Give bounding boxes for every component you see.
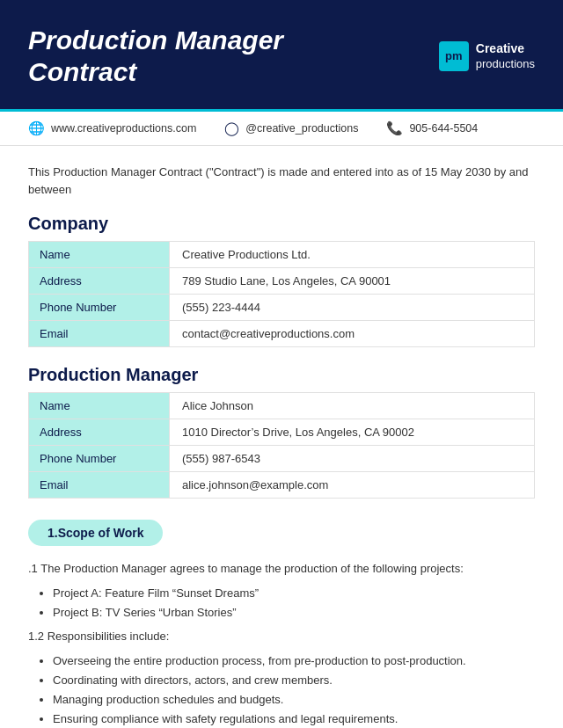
table-row: NameCreative Productions Ltd. xyxy=(29,242,535,268)
table-row: Address789 Studio Lane, Los Angeles, CA … xyxy=(29,268,535,295)
field-value: Creative Productions Ltd. xyxy=(170,242,535,268)
intro-text: This Production Manager Contract ("Contr… xyxy=(28,164,535,198)
table-row: Phone Number(555) 223-4444 xyxy=(29,295,535,321)
list-item: Overseeing the entire production process… xyxy=(53,652,535,671)
scope-badge: 1.Scope of Work xyxy=(28,520,163,546)
list-item: Project A: Feature Film “Sunset Dreams” xyxy=(53,584,535,603)
manager-heading: Production Manager xyxy=(28,365,535,385)
page-header: Production Manager Contract pm Creative … xyxy=(0,0,563,109)
main-content: This Production Manager Contract ("Contr… xyxy=(0,146,563,728)
logo: pm Creative productions xyxy=(439,40,535,71)
field-value: 789 Studio Lane, Los Angeles, CA 90001 xyxy=(170,268,535,295)
responsibilities-list: Overseeing the entire production process… xyxy=(53,652,535,728)
scope-para1: .1 The Production Manager agrees to mana… xyxy=(28,560,535,579)
logo-icon: pm xyxy=(439,41,469,71)
globe-icon: 🌐 xyxy=(28,120,45,136)
manager-table: NameAlice JohnsonAddress1010 Director’s … xyxy=(28,392,535,499)
table-row: NameAlice Johnson xyxy=(29,393,535,419)
logo-text: Creative productions xyxy=(476,40,535,71)
field-label: Phone Number xyxy=(29,295,170,321)
list-item: Project B: TV Series “Urban Stories” xyxy=(53,603,535,622)
table-row: Address1010 Director’s Drive, Los Angele… xyxy=(29,419,535,446)
instagram-icon: ◯ xyxy=(224,120,239,136)
table-row: Emailcontact@creativeproductions.com xyxy=(29,321,535,347)
contact-bar: 🌐 www.creativeproductions.com ◯ @creativ… xyxy=(0,109,563,146)
list-item: Coordinating with directors, actors, and… xyxy=(53,671,535,690)
field-value: Alice Johnson xyxy=(170,393,535,419)
field-label: Phone Number xyxy=(29,446,170,472)
field-value: 1010 Director’s Drive, Los Angeles, CA 9… xyxy=(170,419,535,446)
field-label: Address xyxy=(29,268,170,295)
document-title: Production Manager Contract xyxy=(28,25,345,88)
phone-contact: 📞 905-644-5504 xyxy=(386,120,478,136)
field-value: (555) 223-4444 xyxy=(170,295,535,321)
field-value: (555) 987-6543 xyxy=(170,446,535,472)
field-label: Name xyxy=(29,393,170,419)
field-label: Email xyxy=(29,472,170,499)
table-row: Phone Number(555) 987-6543 xyxy=(29,446,535,472)
field-value: alice.johnson@example.com xyxy=(170,472,535,499)
table-row: Emailalice.johnson@example.com xyxy=(29,472,535,499)
instagram-contact: ◯ @creative_productions xyxy=(224,120,358,136)
list-item: Ensuring compliance with safety regulati… xyxy=(53,710,535,728)
field-label: Address xyxy=(29,419,170,446)
company-heading: Company xyxy=(28,214,535,234)
field-label: Email xyxy=(29,321,170,347)
company-table: NameCreative Productions Ltd.Address789 … xyxy=(28,241,535,347)
list-item: Managing production schedules and budget… xyxy=(53,690,535,710)
scope-para2: 1.2 Responsibilities include: xyxy=(28,628,535,646)
field-label: Name xyxy=(29,242,170,268)
field-value: contact@creativeproductions.com xyxy=(170,321,535,347)
projects-list: Project A: Feature Film “Sunset Dreams”P… xyxy=(53,584,535,622)
website-contact: 🌐 www.creativeproductions.com xyxy=(28,120,196,136)
phone-icon: 📞 xyxy=(386,120,403,136)
